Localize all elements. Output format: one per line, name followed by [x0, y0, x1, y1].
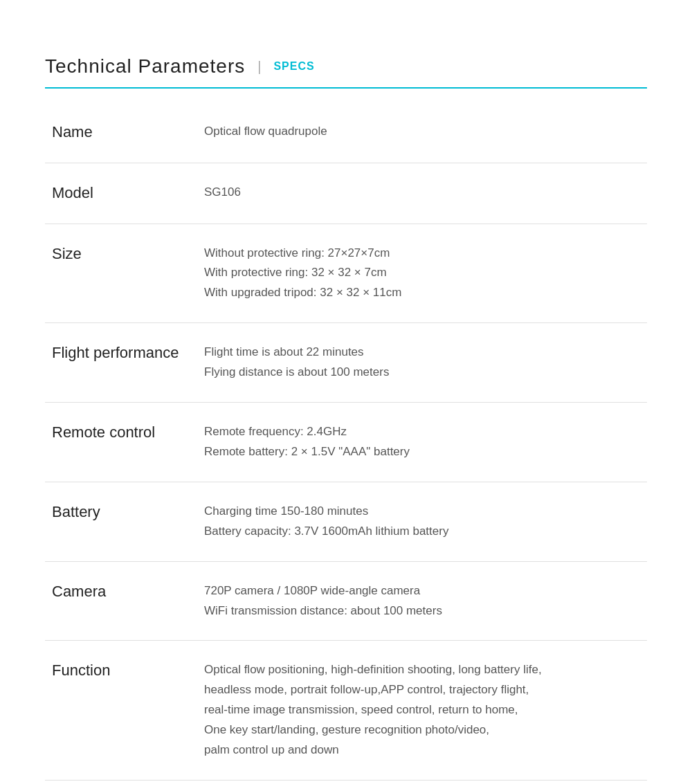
spec-label-1: Model [52, 183, 204, 204]
specs-label: SPECS [273, 60, 314, 73]
spec-value-4: Remote frequency: 2.4GHzRemote battery: … [204, 422, 640, 462]
table-row: Camera720P camera / 1080P wide-angle cam… [45, 562, 647, 641]
spec-value-6: 720P camera / 1080P wide-angle cameraWiF… [204, 581, 640, 621]
table-row: ModelSG106 [45, 163, 647, 224]
table-row: FunctionOptical flow positioning, high-d… [45, 641, 647, 780]
table-row: NameOptical flow quadrupole [45, 102, 647, 163]
spec-label-2: Size [52, 244, 204, 265]
table-row: Remote controlRemote frequency: 2.4GHzRe… [45, 403, 647, 482]
spec-label-6: Camera [52, 581, 204, 603]
header-section: Technical Parameters | SPECS [45, 55, 647, 89]
spec-value-0: Optical flow quadrupole [204, 122, 640, 142]
specs-table: NameOptical flow quadrupoleModelSG106Siz… [45, 102, 647, 781]
spec-label-7: Function [52, 660, 204, 682]
spec-label-3: Flight performance [52, 343, 204, 364]
spec-value-2: Without protective ring: 27×27×7cmWith p… [204, 244, 640, 304]
header-title-row: Technical Parameters | SPECS [45, 55, 647, 78]
table-row: Flight performanceFlight time is about 2… [45, 323, 647, 403]
header-line [45, 87, 647, 89]
spec-value-7: Optical flow positioning, high-definitio… [204, 660, 640, 760]
table-row: SizeWithout protective ring: 27×27×7cmWi… [45, 224, 647, 324]
spec-label-5: Battery [52, 502, 204, 523]
page-container: Technical Parameters | SPECS NameOptical… [0, 0, 692, 784]
spec-value-3: Flight time is about 22 minutesFlying di… [204, 343, 640, 383]
spec-value-1: SG106 [204, 183, 640, 203]
spec-value-5: Charging time 150-180 minutesBattery cap… [204, 502, 640, 542]
spec-label-4: Remote control [52, 422, 204, 444]
spec-label-0: Name [52, 122, 204, 143]
page-title: Technical Parameters [45, 55, 245, 78]
table-row: BatteryCharging time 150-180 minutesBatt… [45, 482, 647, 562]
header-divider: | [257, 59, 261, 75]
